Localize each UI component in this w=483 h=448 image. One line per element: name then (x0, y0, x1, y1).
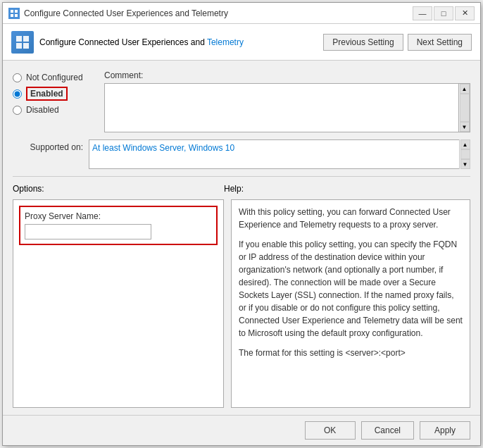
ok-button[interactable]: OK (305, 421, 356, 440)
proxy-label: Proxy Server Name: (25, 211, 212, 221)
header-title: Configure Connected User Experiences and… (39, 37, 244, 47)
disabled-radio[interactable] (13, 106, 22, 115)
header-icon (11, 31, 34, 54)
help-p3: The format for this setting is <server>:… (239, 347, 463, 359)
enabled-label[interactable]: Enabled (26, 87, 68, 101)
window-icon (8, 8, 20, 19)
title-bar-left: Configure Connected User Experiences and… (8, 8, 228, 19)
svg-rect-2 (11, 14, 13, 17)
proxy-section: Proxy Server Name: (19, 206, 218, 245)
window-title: Configure Connected User Experiences and… (24, 8, 228, 18)
svg-rect-7 (23, 43, 29, 49)
divider (13, 176, 470, 177)
supported-value: At least Windows Server, Windows 10 (89, 139, 470, 169)
title-controls: — □ ✕ (413, 6, 475, 20)
options-header-label: Options: (13, 184, 224, 194)
svg-rect-3 (15, 14, 18, 17)
supported-scroll-thumb (460, 149, 470, 159)
options-help-labels: Options: Help: (13, 184, 470, 194)
minimize-button[interactable]: — (413, 6, 432, 20)
supported-label: Supported on: (13, 139, 83, 152)
disabled-row: Disabled (13, 103, 104, 117)
supported-box-wrap: At least Windows Server, Windows 10 ▲ ▼ (89, 139, 470, 169)
header-left: Configure Connected User Experiences and… (11, 31, 323, 54)
radio-column: Not Configured Enabled Disabled (13, 70, 104, 132)
svg-rect-1 (15, 10, 18, 13)
disabled-label[interactable]: Disabled (26, 105, 59, 115)
header-buttons: Previous Setting Next Setting (323, 34, 472, 51)
close-button[interactable]: ✕ (455, 6, 475, 20)
supported-scrollbar: ▲ ▼ (459, 139, 470, 169)
main-window: Configure Connected User Experiences and… (2, 2, 481, 446)
scroll-thumb (460, 94, 470, 122)
supported-scroll-down[interactable]: ▼ (460, 159, 470, 169)
options-label: Options: (13, 184, 44, 194)
maximize-button[interactable]: □ (434, 6, 453, 20)
not-configured-label[interactable]: Not Configured (26, 73, 83, 82)
next-setting-button[interactable]: Next Setting (408, 34, 472, 51)
supported-row: Supported on: At least Windows Server, W… (13, 139, 470, 169)
scroll-down-arrow[interactable]: ▼ (460, 122, 470, 132)
panels-row: Proxy Server Name: With this policy sett… (13, 199, 470, 408)
help-panel: With this policy setting, you can forwar… (231, 199, 470, 408)
comment-scrollbar: ▲ ▼ (459, 83, 470, 132)
comment-label: Comment: (104, 70, 470, 80)
content-area: Not Configured Enabled Disabled Comment: (3, 61, 480, 415)
svg-rect-4 (16, 36, 22, 42)
svg-rect-0 (11, 10, 13, 13)
footer: OK Cancel Apply (3, 415, 480, 445)
top-fields-row: Not Configured Enabled Disabled Comment: (13, 70, 470, 132)
svg-rect-5 (23, 36, 29, 42)
enabled-radio[interactable] (13, 89, 22, 99)
comment-textarea[interactable] (104, 83, 459, 132)
cancel-button[interactable]: Cancel (361, 421, 414, 440)
title-bar: Configure Connected User Experiences and… (3, 3, 480, 24)
svg-rect-6 (16, 43, 22, 49)
header-section: Configure Connected User Experiences and… (3, 24, 480, 61)
not-configured-radio[interactable] (13, 73, 22, 82)
options-panel: Proxy Server Name: (13, 199, 224, 408)
not-configured-row: Not Configured (13, 70, 104, 85)
help-p2: If you enable this policy setting, you c… (239, 238, 463, 340)
supported-scroll-up[interactable]: ▲ (460, 139, 470, 149)
help-header-label: Help: (224, 184, 470, 194)
scroll-up-arrow[interactable]: ▲ (460, 84, 470, 94)
proxy-input[interactable] (25, 224, 151, 239)
previous-setting-button[interactable]: Previous Setting (323, 34, 403, 51)
comment-column: Comment: ▲ ▼ (104, 70, 470, 132)
help-p1: With this policy setting, you can forwar… (239, 206, 463, 231)
enabled-row: Enabled (13, 85, 104, 103)
apply-button[interactable]: Apply (420, 421, 470, 440)
help-label: Help: (224, 184, 244, 194)
